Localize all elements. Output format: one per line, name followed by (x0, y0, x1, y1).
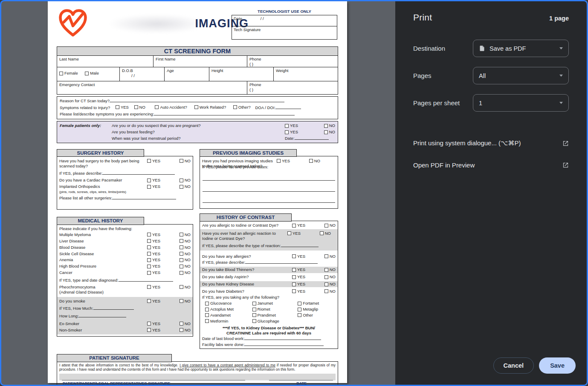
pregnant-no-checkbox (324, 124, 328, 128)
smoking-block: Do you smoke YES NO If YES, How Much: Ho… (57, 297, 193, 334)
demographics-table: Last Name First Name Phone ( ) Female Ma… (57, 56, 338, 95)
destination-dropdown[interactable]: Save as PDF (473, 40, 569, 57)
destination-label: Destination (413, 45, 473, 52)
signature-caption: PATIENT/PARENT/LEGAL REPRESENTATIVES SIG… (63, 381, 170, 386)
history-of-contrast-box: Are you allergic to Iodine or Contrast D… (200, 221, 338, 349)
date-caption: DATE (296, 381, 307, 386)
emergency-contact-field: Emergency Contact (57, 81, 247, 94)
work-related-checkbox (194, 105, 198, 109)
pages-value: All (479, 72, 486, 79)
height-field: Height (209, 67, 274, 81)
page-count: 1 page (549, 15, 569, 22)
medical-history-box: Please indicate if you have the followin… (57, 224, 193, 337)
weight-field: Weight (274, 67, 338, 81)
injury-no-checkbox (134, 105, 138, 109)
other-checkbox (233, 105, 237, 109)
phone-field: Phone ( ) (247, 56, 338, 67)
print-preview-area[interactable]: IMAGING TECHNOLOGIST USE ONLY Date / / T… (1, 1, 395, 385)
surgery-history-title: SURGERY HISTORY (57, 149, 144, 157)
open-pdf-preview-link[interactable]: Open PDF in Preview (413, 161, 569, 169)
form-title: CT SCREENING FORM (57, 46, 338, 56)
tech-date-row: Date / / (232, 15, 337, 26)
chevron-down-icon (559, 47, 563, 49)
medical-history-title: MEDICAL HISTORY (57, 217, 144, 225)
reason-section: Reason for CT Scan today? Symptoms relat… (57, 96, 338, 119)
previous-imaging-title: PREVIOUS IMAGING STUDIES (200, 149, 297, 157)
pages-per-sheet-value: 1 (479, 100, 482, 107)
diabetes-medications-list: Glucovance Actoplus Met Avandamet Metfor… (200, 300, 338, 325)
previous-imaging-box: Have you had previous imaging studies to… (200, 156, 338, 209)
brand-text: IMAGING (121, 17, 249, 31)
pages-per-sheet-dropdown[interactable]: 1 (473, 94, 569, 112)
patient-signature-section: PATIENT SIGNATURE I attest that the abov… (57, 354, 338, 386)
pages-label: Pages (413, 72, 473, 79)
female-checkbox (59, 72, 63, 75)
first-name-field: First Name (154, 56, 247, 67)
female-patients-section: Female patients only: Are you or do you … (57, 121, 338, 143)
heart-logo-icon (58, 7, 88, 41)
form-header: IMAGING TECHNOLOGIST USE ONLY Date / / T… (57, 6, 338, 46)
signature-line (62, 380, 245, 380)
save-button[interactable]: Save (539, 357, 576, 374)
dob-field: D.O.B / / (120, 67, 165, 81)
pdf-document-icon (479, 45, 485, 52)
document-page: IMAGING TECHNOLOGIST USE ONLY Date / / T… (48, 1, 347, 383)
destination-value: Save as PDF (490, 45, 526, 52)
external-link-icon (562, 162, 569, 168)
emergency-phone-field: Phone ( ) (247, 81, 338, 94)
print-dialog-window: IMAGING TECHNOLOGIST USE ONLY Date / / T… (0, 0, 588, 386)
labs-note: ***If YES, to Kidney Disease or Diabetes… (200, 325, 338, 336)
patient-signature-title: PATIENT SIGNATURE (57, 354, 172, 362)
attestation-text: I attest that the above information is c… (59, 363, 336, 372)
breastfeeding-no-checkbox (324, 130, 328, 134)
symptoms-line: Please list/describe symptoms you are ex… (60, 112, 335, 117)
auto-accident-checkbox (155, 105, 159, 109)
injury-line: Symptoms related to Injury? YES NO Auto … (60, 105, 335, 110)
system-dialog-link[interactable]: Print using system dialogue... (⌥⌘P) (413, 139, 569, 147)
history-of-contrast-title: HISTORY OF CONTRAST (200, 213, 292, 221)
breastfeeding-yes-checkbox (285, 130, 289, 134)
pages-per-sheet-label: Pages per sheet (413, 99, 473, 107)
last-name-field: Last Name (57, 56, 154, 67)
tech-signature-row: Tech Signature (232, 26, 337, 39)
technologist-box: TECHNOLOGIST USE ONLY Date / / Tech Sign… (232, 9, 337, 40)
age-field: Age (165, 67, 209, 81)
panel-title: Print (413, 12, 432, 23)
chevron-down-icon (559, 75, 563, 77)
cancel-button[interactable]: Cancel (493, 357, 534, 374)
surgery-history-box: Have you had surgery to the body part be… (57, 156, 193, 210)
injury-yes-checkbox (116, 105, 119, 109)
external-link-icon (562, 140, 569, 147)
signature-lines (59, 374, 336, 380)
pages-dropdown[interactable]: All (473, 67, 569, 84)
print-settings-panel: Print 1 page Destination Save as PDF Pag… (395, 1, 587, 385)
chevron-down-icon (559, 102, 563, 104)
date-line (269, 380, 333, 380)
allergic-reaction-block: Have you ever had an allergic reaction t… (200, 229, 338, 251)
sex-field: Female Male (57, 67, 120, 81)
technologist-title: TECHNOLOGIST USE ONLY (232, 9, 337, 14)
pregnant-yes-checkbox (285, 124, 289, 128)
reason-line: Reason for CT Scan today? (60, 98, 335, 104)
male-checkbox (85, 72, 89, 75)
